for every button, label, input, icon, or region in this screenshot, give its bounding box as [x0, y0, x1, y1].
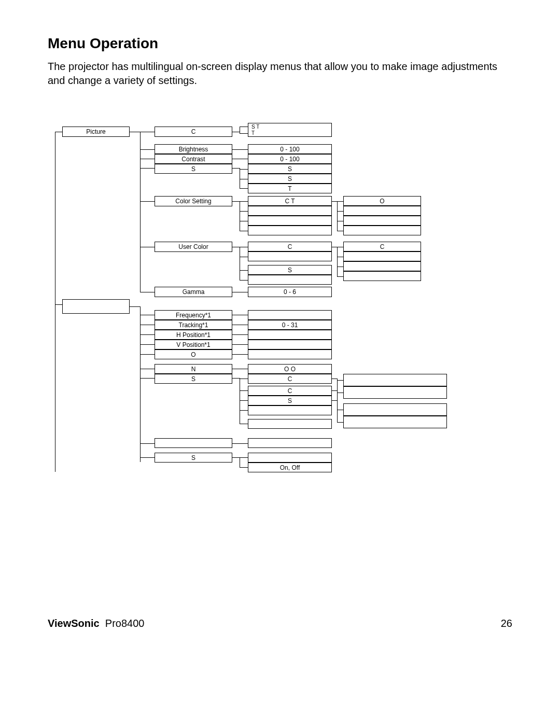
diagram-c3-vpos [248, 340, 332, 349]
footer-page-number: 26 [501, 618, 512, 629]
diagram-c2-brightness: Brightness [155, 144, 232, 154]
diagram-c3-s-s: S [248, 396, 332, 405]
diagram-col1-picture: Picture [62, 127, 130, 137]
diagram-c4-o-b1 [343, 206, 421, 216]
diagram-c2-frequency: Frequency*1 [155, 310, 232, 320]
diagram-c2-tracking: Tracking*1 [155, 320, 232, 330]
diagram-c3-hpos [248, 330, 332, 340]
diagram-c4-big3 [343, 403, 447, 416]
diagram-c4-c-b2 [343, 261, 421, 271]
diagram-c3-s-b1 [248, 405, 332, 415]
diagram-c4-big1 [343, 374, 447, 386]
diagram-c2-vpos: V Position*1 [155, 340, 232, 349]
diagram-c4-o: O [343, 196, 421, 206]
diagram-c3-ct-b1 [248, 206, 332, 216]
diagram-c4-big4 [343, 416, 447, 428]
diagram-c3-freq [248, 310, 332, 320]
diagram-c2-usercolor: User Color [155, 242, 232, 252]
diagram-c3-s-c2: C [248, 386, 332, 396]
diagram-c3-t: T [248, 130, 332, 137]
diagram-c3-s-b2 [248, 419, 332, 429]
diagram-c2-contrast: Contrast [155, 154, 232, 164]
diagram-c3-s3a [248, 453, 332, 463]
diagram-c4-big2 [343, 386, 447, 399]
diagram-c2-s2: S [155, 374, 232, 384]
diagram-c2-hpos: H Position*1 [155, 330, 232, 340]
diagram-c3-s2: S [248, 174, 332, 184]
diagram-c3-ct-b3 [248, 226, 332, 235]
diagram-c2-gamma: Gamma [155, 287, 232, 297]
diagram-col1-blank [62, 299, 130, 314]
diagram-c2-o: O [155, 349, 232, 359]
diagram-c3-b845 [248, 438, 332, 448]
diagram-c4-c: C [343, 242, 421, 251]
diagram-c3-uc-b2 [248, 275, 332, 285]
diagram-c3-0-100a: 0 - 100 [248, 144, 332, 154]
diagram-c3-0-100b: 0 - 100 [248, 154, 332, 164]
diagram-c3-ct: C T [248, 196, 332, 206]
diagram-c3-st: S T [248, 123, 332, 130]
diagram-c3-uc-s: S [248, 265, 332, 275]
diagram-c3-s1: S [248, 164, 332, 174]
diagram-c2-blank1 [155, 438, 232, 448]
diagram-c3-ct-b2 [248, 216, 332, 226]
diagram-c3-o [248, 349, 332, 359]
diagram-c4-o-b2 [343, 216, 421, 226]
diagram-c4-c-b1 [343, 251, 421, 261]
diagram-c3-uc-b1 [248, 251, 332, 261]
diagram-c3-oo: O O [248, 364, 332, 374]
footer-brand: ViewSonic Pro8400 [48, 618, 144, 629]
diagram-c2-c: C [155, 127, 232, 137]
diagram-c2-colorsetting: Color Setting [155, 196, 232, 206]
diagram-c4-o-b3 [343, 226, 421, 235]
diagram-c3-0-6: 0 - 6 [248, 287, 332, 297]
diagram-c3-s-c1: C [248, 374, 332, 384]
diagram-c2-n: N [155, 364, 232, 374]
diagram-c3-t2: T [248, 184, 332, 193]
diagram-c3-0-31: 0 - 31 [248, 320, 332, 330]
diagram-c2-s3: S [155, 453, 232, 463]
diagram-c4-c-b3 [343, 271, 421, 281]
diagram-c3-onoff: On, Off [248, 463, 332, 472]
diagram-c2-s: S [155, 164, 232, 174]
diagram-c3-uc-c: C [248, 242, 332, 251]
